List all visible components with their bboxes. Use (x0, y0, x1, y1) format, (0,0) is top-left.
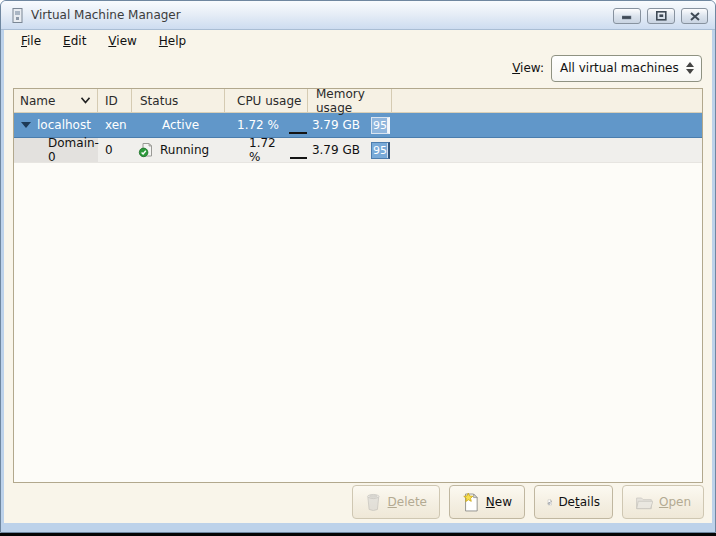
minimize-icon (622, 12, 632, 20)
maximize-button[interactable] (647, 8, 675, 24)
column-header-status[interactable]: Status (132, 89, 225, 112)
menu-file[interactable]: File (12, 32, 50, 50)
cell-cpu-usage: 1.72 % (225, 138, 308, 162)
cell-memory-usage: 3.79 GB 95 % (308, 138, 392, 162)
cell-name: Domain-0 (14, 138, 98, 162)
memory-progress-bar: 95 % (371, 142, 390, 159)
new-vm-button[interactable]: New (449, 485, 525, 519)
cell-memory-usage: 3.79 GB 95 % (308, 113, 392, 137)
cell-status: Running (132, 138, 225, 162)
spinner-arrows-icon (686, 56, 694, 81)
cell-name: localhost (14, 113, 98, 137)
vm-name: Domain-0 (48, 136, 99, 164)
open-button[interactable]: Open (622, 485, 704, 519)
memory-progress-bar: 95 % (371, 117, 390, 134)
trash-icon (365, 491, 382, 513)
menu-view[interactable]: View (99, 32, 145, 50)
view-selector-bar: View: All virtual machines (512, 53, 702, 83)
menu-help[interactable]: Help (150, 32, 195, 50)
column-header-memory-usage[interactable]: Memory usage (308, 89, 392, 112)
close-button[interactable] (681, 8, 708, 24)
virtual-machine-manager-window: Virtual Machine Manager (0, 0, 716, 536)
column-header-cpu-usage[interactable]: CPU usage (225, 89, 308, 112)
menubar: File Edit View Help (4, 30, 712, 52)
open-folder-icon (635, 493, 653, 512)
app-icon (11, 8, 24, 23)
titlebar[interactable]: Virtual Machine Manager (1, 1, 715, 30)
cell-id: xen (98, 113, 132, 137)
view-dropdown[interactable]: All virtual machines (551, 55, 702, 82)
cell-id: 0 (98, 138, 132, 162)
delete-button[interactable]: Delete (352, 485, 440, 519)
window-title: Virtual Machine Manager (31, 8, 181, 22)
host-name: localhost (37, 118, 91, 132)
cell-status: Active (132, 113, 225, 137)
column-headers: Name ID Status CPU usage Memory usage (14, 89, 702, 113)
menu-edit[interactable]: Edit (54, 32, 95, 50)
minimize-button[interactable] (613, 8, 641, 24)
column-header-id[interactable]: ID (98, 89, 132, 112)
details-button[interactable]: Details (534, 485, 613, 519)
cpu-sparkline-graph (290, 147, 307, 159)
close-icon (690, 12, 700, 21)
column-header-filler (392, 89, 702, 112)
action-button-row: Delete New Details (352, 485, 704, 519)
new-vm-icon (462, 491, 480, 514)
view-label: View: (512, 61, 544, 75)
cell-cpu-usage: 1.72 % (225, 113, 308, 137)
maximize-icon (656, 11, 667, 21)
sort-descending-icon (81, 97, 90, 104)
vm-list: Name ID Status CPU usage Memory usage (13, 88, 703, 483)
view-dropdown-value: All virtual machines (552, 61, 679, 75)
details-icon (547, 491, 552, 514)
column-header-name[interactable]: Name (14, 89, 98, 112)
table-row-domain-0[interactable]: Domain-0 0 Running 1.72 % (14, 138, 702, 163)
vm-running-icon (138, 142, 154, 158)
table-row-localhost[interactable]: localhost xen Active 1.72 % 3.79 GB 95 % (14, 113, 702, 138)
cpu-sparkline-graph (289, 122, 307, 134)
client-area: File Edit View Help View: All virtual ma… (4, 30, 712, 523)
expander-collapse-icon[interactable] (21, 122, 31, 128)
